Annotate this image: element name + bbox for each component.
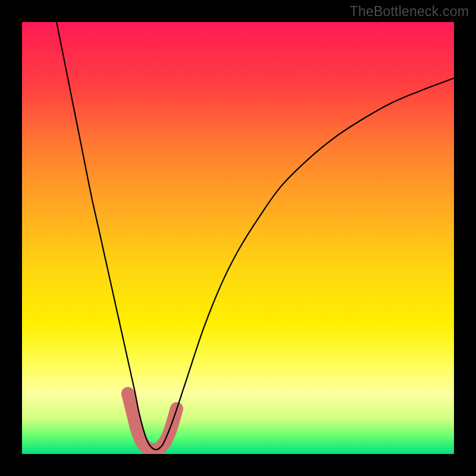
chart-svg — [22, 22, 454, 454]
primary-curve-path — [57, 22, 454, 450]
watermark-text: TheBottleneck.com — [350, 4, 469, 20]
outer-frame: TheBottleneck.com — [0, 0, 476, 476]
valley-highlight-path — [128, 393, 177, 449]
plot-area — [22, 22, 454, 454]
